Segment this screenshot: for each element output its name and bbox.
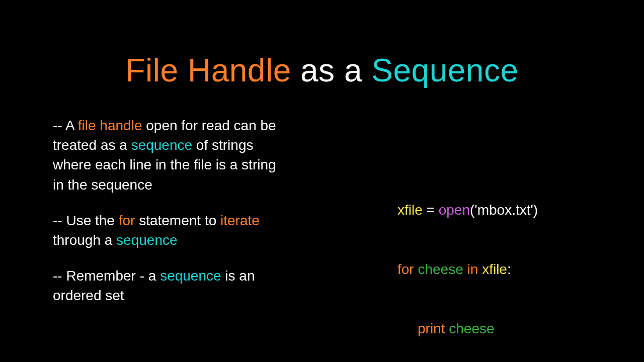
bullet-1-text: -- A bbox=[53, 118, 78, 133]
bullet-2-text: -- Use the bbox=[53, 213, 119, 228]
bullet-1: -- A file handle open for read can be tr… bbox=[53, 116, 289, 195]
code-func: open bbox=[439, 202, 470, 218]
code-var: xfile bbox=[482, 261, 507, 277]
code-var: xfile bbox=[397, 202, 423, 218]
slide-title: File Handle as a Sequence bbox=[0, 52, 644, 89]
code-line-1: xfile = open('mbox.txt') bbox=[397, 200, 538, 220]
bullet-1-highlight-2: sequence bbox=[131, 137, 192, 153]
bullet-2: -- Use the for statement to iterate thro… bbox=[53, 211, 289, 250]
code-iter: cheese bbox=[449, 321, 494, 336]
code-args: ('mbox.txt') bbox=[470, 202, 538, 218]
code-line-2: for cheese in xfile: bbox=[397, 259, 538, 279]
code-keyword: for bbox=[397, 261, 414, 277]
bullet-2-text: through a bbox=[53, 232, 116, 248]
code-iter: cheese bbox=[418, 261, 463, 277]
title-part-3: Sequence bbox=[371, 52, 518, 88]
title-part-2: as a bbox=[291, 52, 372, 88]
body-text: -- A file handle open for read can be tr… bbox=[53, 116, 289, 322]
code-line-3: print cheese bbox=[397, 319, 538, 338]
bullet-3-highlight-1: sequence bbox=[160, 268, 221, 284]
bullet-2-highlight-1: for bbox=[119, 213, 135, 228]
slide: File Handle as a Sequence -- A file hand… bbox=[0, 0, 644, 362]
code-block: xfile = open('mbox.txt') for cheese in x… bbox=[397, 161, 538, 362]
bullet-3: -- Remember - a sequence is an ordered s… bbox=[53, 266, 289, 305]
bullet-2-highlight-3: sequence bbox=[116, 232, 177, 248]
title-part-1: File Handle bbox=[126, 52, 291, 88]
bullet-2-text: statement to bbox=[135, 213, 220, 228]
code-keyword: in bbox=[467, 261, 478, 277]
code-keyword: print bbox=[418, 321, 445, 336]
code-op: = bbox=[423, 202, 439, 218]
code-colon: : bbox=[507, 261, 511, 277]
bullet-1-highlight-1: file handle bbox=[78, 118, 142, 133]
bullet-2-highlight-2: iterate bbox=[220, 213, 260, 228]
bullet-3-text: -- Remember - a bbox=[53, 268, 160, 284]
